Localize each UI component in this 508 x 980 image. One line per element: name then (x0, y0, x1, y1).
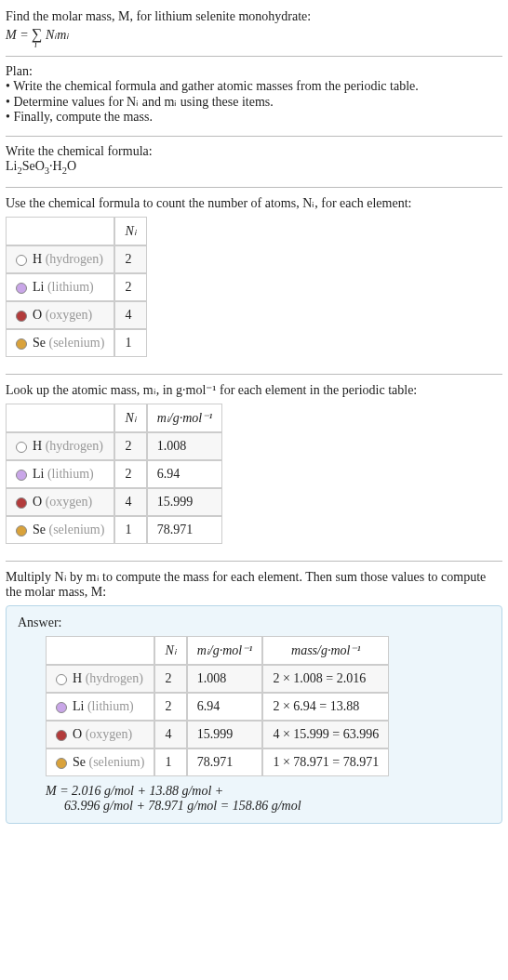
cell-ni: 2 (114, 273, 146, 301)
table-row: Li (lithium) 2 6.94 (6, 460, 222, 488)
element-swatch-icon (56, 758, 67, 769)
cell-ni: 2 (114, 245, 146, 273)
element-swatch-icon (56, 674, 67, 685)
answer-table: Nᵢ mᵢ/g·mol⁻¹ mass/g·mol⁻¹ H (hydrogen) … (46, 636, 389, 776)
count-atoms-title: Use the chemical formula to count the nu… (6, 195, 502, 211)
table-header-mi: mᵢ/g·mol⁻¹ (147, 404, 223, 432)
molar-mass-sum: M = 2.016 g/mol + 13.88 g/mol + 63.996 g… (46, 784, 490, 814)
chem-formula-title: Write the chemical formula: (6, 144, 502, 159)
table-row: H (hydrogen) 2 1.008 2 × 1.008 = 2.016 (46, 665, 389, 693)
count-atoms-table: Nᵢ H (hydrogen) 2 Li (lithium) 2 O (oxyg… (6, 217, 147, 357)
table-header-row: Nᵢ mᵢ/g·mol⁻¹ mass/g·mol⁻¹ (46, 636, 389, 665)
plan-bullet-3: • Finally, compute the mass. (6, 110, 502, 125)
divider (6, 56, 502, 57)
sum-line-2: 63.996 g/mol + 78.971 g/mol = 158.86 g/m… (46, 799, 490, 814)
divider (6, 136, 502, 137)
element-swatch-icon (16, 311, 27, 322)
sum-line-1: M = 2.016 g/mol + 13.88 g/mol + (46, 784, 490, 799)
table-header-blank (6, 217, 114, 245)
table-row: Se (selenium) 1 78.971 (6, 516, 222, 544)
divider (6, 561, 502, 562)
atomic-mass-table: Nᵢ mᵢ/g·mol⁻¹ H (hydrogen) 2 1.008 Li (l… (6, 404, 222, 544)
chem-formula-section: Write the chemical formula: Li2SeO3·H2O (6, 140, 502, 183)
table-header-row: Nᵢ mᵢ/g·mol⁻¹ (6, 404, 222, 432)
table-row: Li (lithium) 2 (6, 273, 147, 301)
table-row: O (oxygen) 4 15.999 4 × 15.999 = 63.996 (46, 721, 389, 748)
table-row: H (hydrogen) 2 1.008 (6, 432, 222, 460)
sum-sub: i (34, 39, 37, 49)
eq-rest: Nᵢmᵢ (43, 28, 70, 42)
multiply-title: Multiply Nᵢ by mᵢ to compute the mass fo… (6, 569, 502, 600)
atomic-mass-title: Look up the atomic mass, mᵢ, in g·mol⁻¹ … (6, 382, 502, 398)
divider (6, 187, 502, 188)
element-swatch-icon (56, 730, 67, 741)
element-swatch-icon (16, 283, 27, 294)
cell-ni: 4 (114, 301, 146, 329)
intro-text: Find the molar mass, M, for lithium sele… (6, 9, 502, 24)
answer-label: Answer: (18, 616, 490, 630)
element-swatch-icon (16, 255, 27, 266)
cell-ni: 1 (114, 329, 146, 357)
table-header-mass: mass/g·mol⁻¹ (262, 636, 389, 665)
table-header-row: Nᵢ (6, 217, 147, 245)
eq-left: M = (6, 28, 32, 42)
table-header-ni: Nᵢ (154, 636, 186, 665)
element-swatch-icon (16, 470, 27, 481)
multiply-section: Multiply Nᵢ by mᵢ to compute the mass fo… (6, 565, 502, 831)
count-atoms-section: Use the chemical formula to count the nu… (6, 192, 502, 370)
divider (6, 374, 502, 375)
element-swatch-icon (56, 702, 67, 713)
element-swatch-icon (16, 525, 27, 536)
table-row: O (oxygen) 4 (6, 301, 147, 329)
element-swatch-icon (16, 497, 27, 509)
plan-title: Plan: (6, 64, 502, 79)
table-row: Li (lithium) 2 6.94 2 × 6.94 = 13.88 (46, 693, 389, 721)
table-row: O (oxygen) 4 15.999 (6, 488, 222, 516)
table-header-ni: Nᵢ (114, 217, 146, 245)
table-row: H (hydrogen) 2 (6, 245, 147, 273)
element-swatch-icon (16, 442, 27, 453)
answer-box: Answer: Nᵢ mᵢ/g·mol⁻¹ mass/g·mol⁻¹ H (hy… (6, 605, 502, 824)
atomic-mass-section: Look up the atomic mass, mᵢ, in g·mol⁻¹ … (6, 378, 502, 557)
table-header-ni: Nᵢ (114, 404, 146, 432)
plan-bullet-1: • Write the chemical formula and gather … (6, 79, 502, 94)
chem-formula: Li2SeO3·H2O (6, 159, 502, 176)
table-header-mi: mᵢ/g·mol⁻¹ (187, 636, 263, 665)
element-swatch-icon (16, 338, 27, 350)
table-row: Se (selenium) 1 (6, 329, 147, 357)
plan-section: Plan: • Write the chemical formula and g… (6, 60, 502, 132)
plan-bullet-2: • Determine values for Nᵢ and mᵢ using t… (6, 94, 502, 110)
intro-section: Find the molar mass, M, for lithium sele… (6, 6, 502, 52)
table-row: Se (selenium) 1 78.971 1 × 78.971 = 78.9… (46, 748, 389, 776)
intro-equation: M = ∑ i Nᵢmᵢ (6, 26, 502, 43)
